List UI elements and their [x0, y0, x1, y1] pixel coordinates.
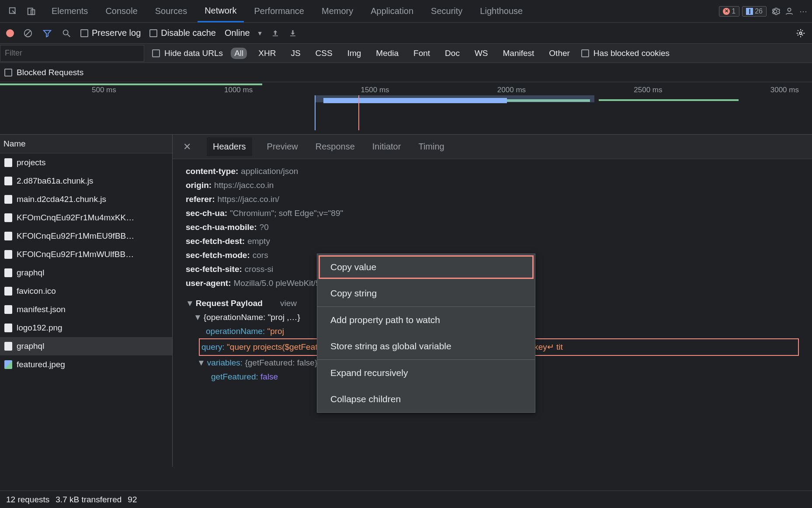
request-row[interactable]: projects [0, 153, 172, 172]
error-count-badge[interactable]: ✕1 [719, 6, 739, 17]
request-name: manifest.json [17, 305, 66, 314]
status-bar: 12 requests 3.7 kB transferred 92 [0, 491, 812, 508]
network-settings-gear-icon[interactable] [795, 28, 806, 38]
document-file-icon [4, 195, 12, 204]
filter-type-doc[interactable]: Doc [441, 48, 463, 59]
record-button[interactable] [6, 29, 14, 37]
request-name: main.d2cda421.chunk.js [17, 195, 106, 204]
tab-application[interactable]: Application [364, 1, 420, 21]
chevron-down-icon[interactable]: ▼ [257, 30, 263, 37]
tab-elements[interactable]: Elements [45, 1, 95, 21]
clear-icon[interactable] [23, 28, 33, 38]
ctx-copy-string[interactable]: Copy string [317, 280, 535, 306]
header-row[interactable]: origin:https://jacc.co.in [186, 178, 799, 192]
tab-performance[interactable]: Performance [247, 1, 312, 21]
filter-type-js[interactable]: JS [287, 48, 304, 59]
blocked-requests-checkbox[interactable]: Blocked Requests [4, 68, 83, 77]
disable-cache-checkbox[interactable]: Disable cache [149, 28, 216, 38]
detail-tab-initiator[interactable]: Initiator [370, 137, 404, 156]
devtools-tab-bar: Elements Console Sources Network Perform… [0, 0, 812, 23]
request-row[interactable]: main.d2cda421.chunk.js [0, 190, 172, 209]
filter-type-other[interactable]: Other [545, 48, 573, 59]
blocked-cookies-checkbox[interactable]: Has blocked cookies [581, 49, 670, 58]
request-row[interactable]: KFOlCnqEu92Fr1MmWUlfBB… [0, 245, 172, 264]
ctx-expand[interactable]: Expand recursively [317, 360, 535, 386]
document-file-icon [4, 342, 12, 351]
document-file-icon [4, 158, 12, 167]
status-resources: 92 [128, 495, 137, 505]
device-toggle-icon[interactable] [26, 6, 37, 17]
account-icon[interactable] [784, 6, 795, 17]
svg-rect-9 [290, 35, 295, 36]
download-icon[interactable] [288, 28, 298, 38]
header-row[interactable]: sec-ch-ua:"Chromium"; soft Edge";v="89" [186, 206, 799, 220]
warning-count: 26 [755, 7, 763, 15]
tab-memory[interactable]: Memory [315, 1, 360, 21]
timeline-overview[interactable]: 500 ms 1000 ms 1500 ms 2000 ms 2500 ms 3… [0, 82, 812, 135]
filter-input[interactable] [0, 45, 144, 62]
request-row[interactable]: 2.d87ba61a.chunk.js [0, 172, 172, 190]
header-row[interactable]: sec-ch-ua-mobile:?0 [186, 220, 799, 234]
settings-gear-icon[interactable] [770, 6, 781, 17]
request-row[interactable]: KFOmCnqEu92Fr1Mu4mxKK… [0, 209, 172, 227]
request-row[interactable]: graphql [0, 264, 172, 282]
document-file-icon [4, 213, 12, 222]
filter-type-img[interactable]: Img [344, 48, 365, 59]
filter-icon[interactable] [42, 28, 52, 38]
preserve-log-checkbox[interactable]: Preserve log [80, 28, 141, 38]
warning-count-badge[interactable]: ❙26 [742, 6, 767, 17]
more-menu-icon[interactable]: ⋯ [798, 6, 809, 17]
image-file-icon [4, 360, 12, 369]
detail-tab-response[interactable]: Response [313, 137, 357, 156]
throttle-select[interactable]: Online [225, 28, 250, 38]
filter-type-xhr[interactable]: XHR [255, 48, 279, 59]
ctx-copy-value[interactable]: Copy value [317, 254, 535, 280]
detail-tab-preview[interactable]: Preview [264, 137, 301, 156]
inspect-icon[interactable] [8, 6, 18, 17]
request-list: Name projects2.d87ba61a.chunk.jsmain.d2c… [0, 135, 173, 467]
request-row[interactable]: manifest.json [0, 300, 172, 319]
request-row[interactable]: featured.jpeg [0, 355, 172, 374]
document-file-icon [4, 268, 12, 277]
blocked-requests-row: Blocked Requests [0, 63, 812, 82]
context-menu: Copy value Copy string Add property path… [317, 254, 535, 413]
detail-tab-headers[interactable]: Headers [207, 137, 252, 156]
request-row[interactable]: favicon.ico [0, 282, 172, 300]
filter-type-media[interactable]: Media [372, 48, 402, 59]
ctx-store-global[interactable]: Store string as global variable [317, 333, 535, 359]
tab-security[interactable]: Security [424, 1, 469, 21]
request-name: KFOlCnqEu92Fr1MmEU9fBB… [17, 231, 134, 241]
request-name: favicon.ico [17, 286, 56, 296]
request-name: 2.d87ba61a.chunk.js [17, 176, 93, 186]
tab-sources[interactable]: Sources [148, 1, 194, 21]
filter-type-manifest[interactable]: Manifest [500, 48, 538, 59]
request-row[interactable]: KFOlCnqEu92Fr1MmEU9fBB… [0, 227, 172, 245]
ctx-add-watch[interactable]: Add property path to watch [317, 307, 535, 333]
header-row[interactable]: content-type:application/json [186, 164, 799, 178]
document-file-icon [4, 287, 12, 296]
tab-console[interactable]: Console [98, 1, 144, 21]
filter-type-all[interactable]: All [231, 48, 247, 59]
upload-icon[interactable] [270, 28, 281, 38]
request-list-header[interactable]: Name [0, 135, 172, 153]
hide-data-urls-checkbox[interactable]: Hide data URLs [152, 49, 223, 58]
ctx-collapse[interactable]: Collapse children [317, 386, 535, 412]
filter-type-css[interactable]: CSS [312, 48, 336, 59]
tab-network[interactable]: Network [198, 0, 243, 22]
document-file-icon [4, 250, 12, 259]
request-name: graphql [17, 341, 44, 351]
request-row[interactable]: logo192.png [0, 319, 172, 337]
tab-lighthouse[interactable]: Lighthouse [473, 1, 530, 21]
error-count: 1 [732, 7, 736, 15]
request-row[interactable]: graphql [0, 337, 172, 355]
header-row[interactable]: referer:https://jacc.co.in/ [186, 192, 799, 206]
close-detail-icon[interactable]: ✕ [180, 141, 194, 153]
request-name: featured.jpeg [17, 360, 65, 369]
detail-tab-timing[interactable]: Timing [416, 137, 447, 156]
svg-point-3 [788, 8, 791, 11]
header-row[interactable]: sec-fetch-dest:empty [186, 234, 799, 248]
filter-type-ws[interactable]: WS [471, 48, 492, 59]
search-icon[interactable] [61, 28, 72, 38]
request-name: projects [17, 158, 46, 167]
filter-type-font[interactable]: Font [410, 48, 434, 59]
